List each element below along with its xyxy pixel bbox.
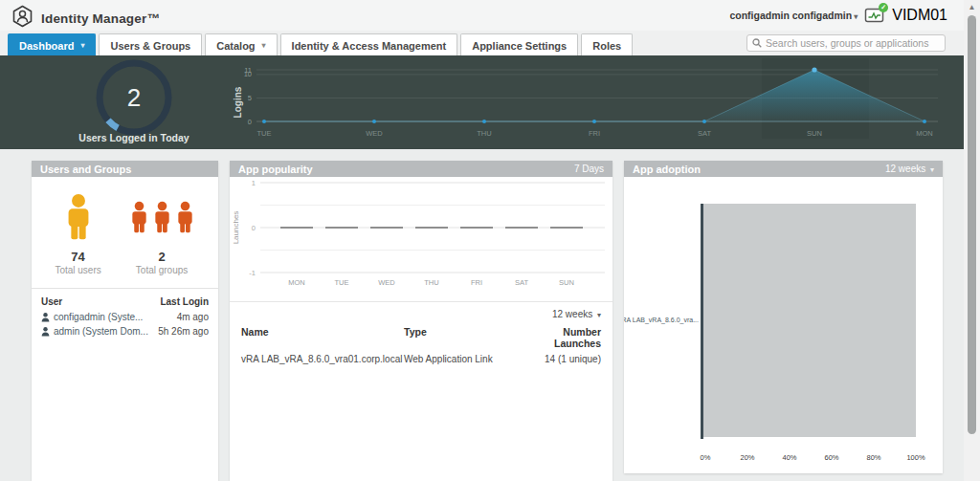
search-icon — [752, 34, 762, 52]
svg-text:TUE: TUE — [335, 278, 349, 287]
svg-text:vRA LAB_vRA_8.6.0_vra...: vRA LAB_vRA_8.6.0_vra... — [624, 317, 699, 324]
svg-text:20%: 20% — [740, 453, 754, 462]
last-login: 4m ago — [177, 312, 209, 322]
search-input[interactable] — [766, 37, 940, 49]
scroll-up-icon[interactable]: ▲ — [964, 0, 980, 14]
table-header: Name Type Number Launches — [241, 323, 601, 352]
appliance-status-icon[interactable]: ✓ — [864, 7, 885, 24]
svg-text:MON: MON — [916, 129, 933, 138]
svg-text:100%: 100% — [906, 453, 925, 462]
svg-text:WED: WED — [366, 129, 383, 138]
svg-text:SUN: SUN — [559, 278, 574, 287]
app-name: vRA LAB_vRA_8.6.0_vra01.corp.local — [241, 354, 404, 364]
app-popularity-panel-header: App popularity 7 Days — [230, 161, 612, 177]
user-area: configadmin configadmin▾ ✓ VIDM01 — [729, 0, 947, 31]
group-icon — [129, 192, 195, 242]
svg-text:5: 5 — [248, 94, 252, 102]
app-adoption-panel: App adoption 12 weeks ▾ vRA LAB_vRA_8.6.… — [624, 161, 943, 473]
svg-text:THU: THU — [477, 129, 491, 138]
table-row[interactable]: admin (System Dom... 5h 26m ago — [41, 324, 209, 339]
total-groups-value: 2 — [129, 250, 195, 264]
vertical-scrollbar[interactable]: ▲ — [964, 0, 980, 481]
table-range-selector[interactable]: 12 weeks ▾ — [230, 302, 612, 321]
hero-banner: 2 Users Logged in Today Logins051011TUEW… — [0, 55, 964, 149]
caret-down-icon: ▾ — [262, 41, 266, 50]
gauge-ring: 2 — [86, 57, 182, 136]
adoption-bar-chart: vRA LAB_vRA_8.6.0_vra...0%20%40%60%80%10… — [624, 177, 943, 473]
totals-row: 74 Total users — [32, 177, 218, 275]
last-login: 5h 26m ago — [158, 326, 209, 337]
app-type: Web Application Link — [404, 354, 528, 364]
logins-week-chart: Logins051011TUEWEDTHUFRISATSUNMON — [230, 58, 964, 146]
total-groups-label: Total groups — [129, 265, 195, 275]
launches-week-chart: Launches-101MONTUEWEDTHUFRISATSUN — [230, 177, 612, 295]
user-name: configadmin (Syste... — [54, 312, 143, 322]
caret-down-icon: ▾ — [930, 165, 934, 174]
identity-manager-logo-icon — [11, 5, 33, 32]
user-icon — [55, 192, 100, 242]
tab-users-groups[interactable]: Users & Groups — [99, 33, 202, 55]
svg-text:-1: -1 — [249, 269, 256, 277]
svg-text:11: 11 — [244, 66, 252, 75]
users-groups-panel: Users and Groups 74 Total users — [32, 161, 218, 481]
range-selector[interactable]: 12 weeks ▾ — [885, 164, 934, 174]
svg-text:1: 1 — [252, 179, 256, 187]
person-icon — [41, 327, 50, 337]
svg-text:THU: THU — [424, 278, 438, 287]
table-header: User Last Login — [41, 295, 209, 310]
app-launches-table: Name Type Number Launches vRA LAB_vRA_8.… — [230, 321, 612, 368]
tab-dashboard[interactable]: Dashboard▾ — [8, 33, 96, 55]
panel-title: App popularity — [238, 164, 313, 175]
svg-text:Launches: Launches — [232, 211, 240, 245]
svg-text:TUE: TUE — [257, 129, 272, 138]
tab-appliance-settings[interactable]: Appliance Settings — [460, 33, 578, 55]
svg-text:Logins: Logins — [233, 86, 243, 118]
nav-bar: Dashboard▾ Users & Groups Catalog▾ Ident… — [0, 31, 964, 55]
user-menu[interactable]: configadmin configadmin▾ — [729, 10, 858, 21]
app-adoption-panel-header: App adoption 12 weeks ▾ — [624, 161, 943, 177]
total-groups-block[interactable]: 2 Total groups — [129, 192, 195, 275]
nav-tabs: Dashboard▾ Users & Groups Catalog▾ Ident… — [8, 33, 633, 55]
svg-text:60%: 60% — [824, 453, 838, 462]
scrollbar-thumb[interactable] — [968, 15, 976, 434]
total-users-block[interactable]: 74 Total users — [55, 192, 100, 275]
recent-logins-table: User Last Login configadmin (Syste... 4m… — [32, 289, 218, 344]
gauge-value: 2 — [127, 83, 141, 112]
svg-text:0: 0 — [248, 118, 252, 126]
range-selector[interactable]: 7 Days — [574, 164, 604, 174]
app-launches: 14 (1 unique) — [528, 354, 601, 364]
users-groups-panel-header: Users and Groups — [32, 161, 218, 177]
panel-title: App adoption — [633, 164, 701, 175]
status-ok-badge: ✓ — [879, 3, 888, 12]
appliance-name[interactable]: VIDM01 — [892, 7, 947, 24]
brand: Identity Manager™ — [11, 5, 160, 32]
svg-text:80%: 80% — [866, 453, 880, 462]
svg-text:0%: 0% — [701, 453, 711, 462]
tab-identity-access-management[interactable]: Identity & Access Management — [280, 33, 458, 55]
svg-text:FRI: FRI — [471, 278, 482, 287]
caret-down-icon: ▾ — [854, 12, 858, 21]
person-icon — [41, 313, 50, 322]
caret-down-icon: ▾ — [597, 311, 601, 319]
global-search[interactable] — [746, 34, 946, 52]
app-title: Identity Manager™ — [41, 11, 160, 26]
app-popularity-panel: App popularity 7 Days Launches-101MONTUE… — [230, 161, 612, 481]
svg-text:FRI: FRI — [589, 129, 600, 138]
svg-text:SAT: SAT — [515, 278, 528, 287]
svg-text:WED: WED — [378, 278, 395, 287]
svg-text:40%: 40% — [782, 453, 796, 462]
tab-catalog[interactable]: Catalog▾ — [205, 33, 277, 55]
svg-text:SAT: SAT — [698, 129, 711, 138]
top-header: Identity Manager™ configadmin configadmi… — [0, 0, 964, 31]
table-row[interactable]: vRA LAB_vRA_8.6.0_vra01.corp.local Web A… — [241, 352, 601, 366]
caret-down-icon: ▾ — [80, 41, 84, 50]
tab-roles[interactable]: Roles — [581, 33, 633, 55]
total-users-label: Total users — [55, 265, 100, 275]
table-row[interactable]: configadmin (Syste... 4m ago — [41, 310, 209, 324]
logged-in-gauge: 2 Users Logged in Today — [86, 57, 182, 140]
total-users-value: 74 — [55, 250, 100, 264]
svg-text:SUN: SUN — [807, 129, 822, 138]
panel-title: Users and Groups — [40, 164, 131, 175]
user-name: admin (System Dom... — [54, 326, 148, 337]
svg-text:0: 0 — [252, 224, 256, 232]
